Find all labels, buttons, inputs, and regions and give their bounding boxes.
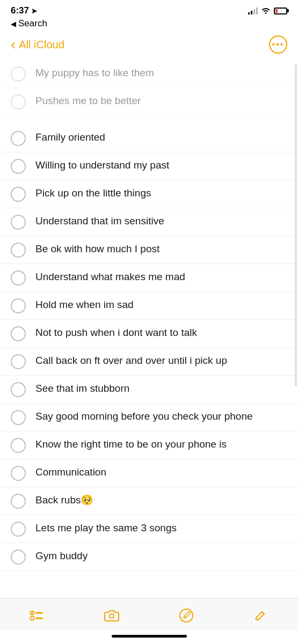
item-text: Say good morning before you check your p… <box>35 409 287 424</box>
list-item[interactable]: My puppy has to like them <box>0 60 298 88</box>
item-text: Not to push when i dont want to talk <box>35 326 287 340</box>
checkbox[interactable] <box>11 187 26 202</box>
list-item[interactable]: See that im stubborn <box>0 376 298 404</box>
wifi-icon <box>261 6 271 16</box>
item-text: Know the right time to be on your phone … <box>35 437 287 452</box>
search-label: Search <box>18 18 47 29</box>
item-text: Pushes me to be better <box>35 94 287 108</box>
checkbox[interactable] <box>11 243 26 258</box>
list-item[interactable]: Be ok with how much I post <box>0 236 298 264</box>
checkbox[interactable] <box>11 67 26 82</box>
status-icons <box>248 6 287 16</box>
checkbox[interactable] <box>11 215 26 230</box>
signal-icon <box>248 7 258 14</box>
list-item[interactable]: Communication <box>0 459 298 487</box>
list-item[interactable]: Family oriented <box>0 125 298 152</box>
list-item[interactable]: Understand what makes me mad <box>0 264 298 292</box>
page-wrapper: 6:37 ➤ ◀ Search ‹ <box>0 0 298 644</box>
home-indicator <box>0 631 298 644</box>
svg-point-3 <box>31 617 34 620</box>
all-icloud-back-button[interactable]: ‹ All iCloud <box>11 36 64 53</box>
checkbox[interactable] <box>11 326 26 341</box>
checkbox[interactable] <box>11 131 26 146</box>
item-text: Understand what makes me mad <box>35 270 287 284</box>
list-item[interactable]: Say good morning before you check your p… <box>0 404 298 431</box>
back-nav: ◀ Search <box>0 18 298 31</box>
compose-circle-icon <box>179 608 194 623</box>
nav-back-label: All iCloud <box>19 39 64 51</box>
status-bar: 6:37 ➤ <box>0 0 298 18</box>
svg-rect-4 <box>35 618 43 619</box>
battery-icon <box>274 8 287 14</box>
list-item[interactable]: Know the right time to be on your phone … <box>0 431 298 459</box>
camera-toolbar-button[interactable] <box>98 605 125 626</box>
checkbox[interactable] <box>11 466 26 481</box>
item-text: Communication <box>35 465 287 480</box>
item-text: Lets me play the same 3 songs <box>35 521 287 536</box>
item-text: My puppy has to like them <box>35 66 287 80</box>
item-text: Call back on ft over and over until i pi… <box>35 354 287 368</box>
home-bar <box>112 635 187 638</box>
checkbox[interactable] <box>11 298 26 313</box>
list-item[interactable]: Back rubs🥺 <box>0 487 298 515</box>
svg-rect-2 <box>35 612 43 614</box>
list-item[interactable]: Hold me when im sad <box>0 292 298 320</box>
list-item[interactable]: Lets me play the same 3 songs <box>0 515 298 543</box>
list-item[interactable]: Gym buddy <box>0 543 298 571</box>
checkbox[interactable] <box>11 438 26 453</box>
svg-point-5 <box>110 614 114 618</box>
checkbox[interactable] <box>11 494 26 509</box>
checkbox[interactable] <box>11 354 26 369</box>
checkbox[interactable] <box>11 410 26 425</box>
svg-point-1 <box>32 612 33 614</box>
checklist-icon <box>30 608 45 623</box>
checkbox[interactable] <box>11 159 26 174</box>
time-display: 6:37 <box>11 5 29 16</box>
item-text: Family oriented <box>35 130 287 145</box>
item-text: Understand that im sensitive <box>35 214 287 229</box>
item-text: Hold me when im sad <box>35 298 287 312</box>
bottom-toolbar <box>0 598 298 631</box>
checkbox[interactable] <box>11 94 26 109</box>
more-options-button[interactable]: ••• <box>269 35 287 54</box>
list-item[interactable]: Understand that im sensitive <box>0 208 298 236</box>
list-item[interactable]: Not to push when i dont want to talk <box>0 320 298 348</box>
list-item[interactable]: Pick up on the little things <box>0 180 298 208</box>
more-icon: ••• <box>272 40 285 49</box>
checklist-toolbar-button[interactable] <box>24 605 50 626</box>
location-icon: ➤ <box>31 7 37 15</box>
checklist: My puppy has to like them Pushes me to b… <box>0 60 298 598</box>
back-arrow-icon: ◀ <box>11 20 16 28</box>
compose-circle-toolbar-button[interactable] <box>173 605 200 626</box>
nav-bar: ‹ All iCloud ••• <box>0 31 298 60</box>
search-back-button[interactable]: ◀ Search <box>11 18 287 29</box>
svg-point-6 <box>180 609 193 622</box>
item-text: Gym buddy <box>35 549 287 564</box>
checkbox[interactable] <box>11 522 26 537</box>
checkbox[interactable] <box>11 550 26 565</box>
list-item[interactable]: Call back on ft over and over until i pi… <box>0 348 298 376</box>
camera-icon <box>104 609 119 623</box>
status-time: 6:37 ➤ <box>11 5 37 16</box>
checkbox[interactable] <box>11 382 26 397</box>
item-text: Pick up on the little things <box>35 186 287 201</box>
checkbox[interactable] <box>11 270 26 286</box>
item-text: Back rubs🥺 <box>35 493 287 508</box>
item-text: See that im stubborn <box>35 382 287 396</box>
nav-back-chevron-icon: ‹ <box>11 36 16 53</box>
list-item[interactable]: Willing to understand my past <box>0 152 298 180</box>
group-spacer <box>0 116 298 125</box>
edit-toolbar-button[interactable] <box>248 605 274 626</box>
item-text: Be ok with how much I post <box>35 242 287 257</box>
item-text: Willing to understand my past <box>35 158 287 173</box>
list-item[interactable]: Pushes me to be better <box>0 88 298 116</box>
edit-icon <box>253 608 268 623</box>
